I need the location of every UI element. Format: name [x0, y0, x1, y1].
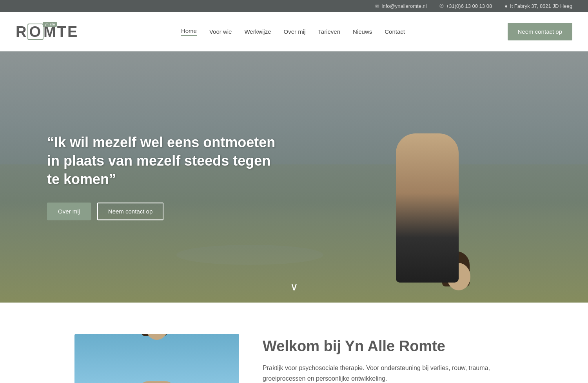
hero-contact-button[interactable]: Neem contact op — [97, 203, 163, 221]
person-head — [146, 334, 168, 340]
header-cta-button[interactable]: Neem contact op — [508, 23, 572, 40]
nav-voor-wie[interactable]: Voor wie — [209, 28, 232, 35]
nav-tarieven[interactable]: Tarieven — [318, 28, 340, 35]
nav-over-mij[interactable]: Over mij — [284, 28, 306, 35]
nav-home[interactable]: Home — [181, 27, 197, 36]
phone-contact[interactable]: ✆ +31(0)6 13 00 13 08 — [439, 3, 492, 9]
welcome-description: Praktijk voor psychosociale therapie. Vo… — [263, 363, 514, 383]
hero-content: “Ik wil mezelf wel eens ontmoeten in pla… — [47, 133, 282, 220]
logo-badge: yn alle — [43, 22, 57, 27]
email-link[interactable]: info@ynalleromte.nl — [382, 3, 427, 9]
site-header: yn alle ROMTE Home Voor wie Werkwijze Ov… — [0, 12, 588, 51]
phone-icon: ✆ — [439, 3, 444, 9]
nav-werkwijze[interactable]: Werkwijze — [244, 28, 271, 35]
welcome-title: Welkom bij Yn Alle Romte — [263, 338, 514, 355]
address-contact: ● It Fabryk 37, 8621 JD Heeg — [505, 3, 572, 9]
email-icon: ✉ — [375, 3, 379, 9]
location-icon: ● — [505, 3, 508, 9]
hero-scroll-down[interactable]: ∨ — [290, 280, 298, 293]
welcome-text: Welkom bij Yn Alle Romte Praktijk voor p… — [263, 334, 514, 383]
nav-contact[interactable]: Contact — [385, 28, 405, 35]
hero-over-mij-button[interactable]: Over mij — [47, 203, 91, 221]
hero-section: “Ik wil mezelf wel eens ontmoeten in pla… — [0, 51, 588, 303]
main-nav: Home Voor wie Werkwijze Over mij Tarieve… — [181, 27, 405, 36]
nav-nieuws[interactable]: Nieuws — [353, 28, 372, 35]
hero-buttons: Over mij Neem contact op — [47, 203, 282, 221]
phone-number: +31(0)6 13 00 13 08 — [446, 3, 492, 9]
top-bar: ✉ info@ynalleromte.nl ✆ +31(0)6 13 00 13… — [0, 0, 588, 12]
logo-o: O — [27, 24, 44, 40]
email-contact[interactable]: ✉ info@ynalleromte.nl — [375, 3, 427, 9]
welcome-section: Welkom bij Yn Alle Romte Praktijk voor p… — [59, 303, 529, 383]
welcome-image — [74, 334, 239, 383]
site-logo[interactable]: yn alle ROMTE — [16, 24, 78, 40]
hero-quote: “Ik wil mezelf wel eens ontmoeten in pla… — [47, 133, 282, 188]
address-text: It Fabryk 37, 8621 JD Heeg — [510, 3, 572, 9]
person-body — [137, 381, 176, 383]
